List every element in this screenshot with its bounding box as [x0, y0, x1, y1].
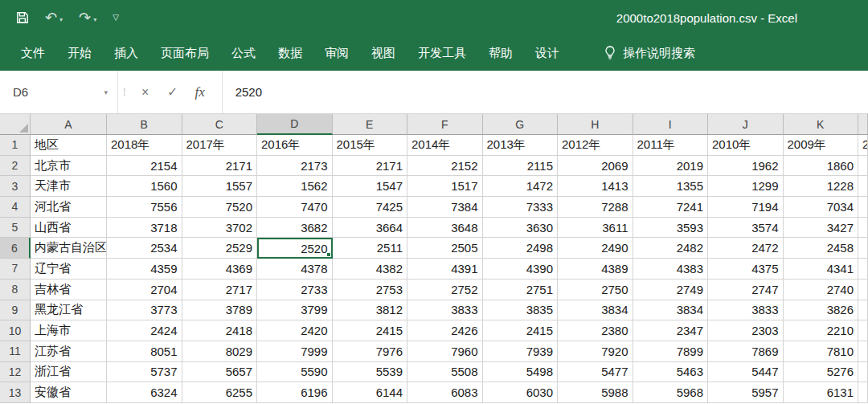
cell-D4[interactable]: 7470: [257, 197, 333, 218]
insert-function-button[interactable]: fx: [186, 84, 214, 100]
cell-E2[interactable]: 2171: [333, 156, 408, 177]
cell-H8[interactable]: 2750: [558, 280, 633, 300]
redo-button[interactable]: ↷ ▾: [79, 10, 96, 25]
cell-H6[interactable]: 2490: [558, 238, 633, 259]
cell-A3[interactable]: 天津市: [31, 176, 107, 197]
cell-J5[interactable]: 3574: [708, 218, 784, 239]
cell-A2[interactable]: 北京市: [31, 156, 107, 177]
cell-D10[interactable]: 2420: [257, 320, 333, 341]
cell-E4[interactable]: 7425: [333, 197, 408, 218]
row-header-1[interactable]: 1: [0, 135, 31, 156]
cell-partial11[interactable]: [858, 341, 868, 362]
cell-J8[interactable]: 2747: [708, 280, 784, 300]
cell-F7[interactable]: 4391: [407, 259, 483, 280]
cell-K7[interactable]: 4341: [784, 259, 859, 280]
cell-B4[interactable]: 7556: [107, 197, 182, 218]
cell-C4[interactable]: 7520: [182, 197, 258, 218]
cell-C12[interactable]: 5657: [182, 362, 258, 383]
cell-partial10[interactable]: [858, 320, 868, 341]
cell-D1[interactable]: 2016年: [257, 135, 333, 156]
column-header-C[interactable]: C: [182, 114, 258, 135]
cell-partial8[interactable]: [858, 280, 868, 300]
cell-B1[interactable]: 2018年: [107, 135, 182, 156]
cell-I9[interactable]: 3834: [633, 300, 709, 321]
cell-H11[interactable]: 7920: [558, 341, 633, 362]
cell-H9[interactable]: 3834: [558, 300, 633, 321]
cell-partial5[interactable]: [858, 218, 868, 239]
ribbon-tab-insert[interactable]: 插入: [103, 35, 149, 71]
cell-H12[interactable]: 5477: [558, 362, 633, 383]
ribbon-tab-developer[interactable]: 开发工具: [407, 35, 477, 71]
cell-E5[interactable]: 3664: [333, 218, 408, 239]
cell-G13[interactable]: 6030: [483, 382, 559, 403]
cell-K3[interactable]: 1228: [784, 176, 859, 197]
cell-E10[interactable]: 2415: [333, 320, 408, 341]
cell-K5[interactable]: 3427: [784, 218, 859, 239]
cell-F2[interactable]: 2152: [407, 156, 483, 177]
cell-C2[interactable]: 2171: [182, 156, 258, 177]
cell-A4[interactable]: 河北省: [31, 197, 107, 218]
cell-partial7[interactable]: [858, 259, 868, 280]
ribbon-tab-review[interactable]: 审阅: [313, 35, 360, 71]
cell-partial9[interactable]: [858, 300, 868, 321]
cell-J13[interactable]: 5957: [708, 382, 784, 403]
column-header-partial[interactable]: [858, 114, 868, 135]
cell-F5[interactable]: 3648: [407, 218, 483, 239]
row-header-8[interactable]: 8: [0, 280, 31, 300]
cell-H2[interactable]: 2069: [558, 156, 633, 177]
cell-B11[interactable]: 8051: [107, 341, 182, 362]
row-header-13[interactable]: 13: [0, 382, 31, 403]
cell-B3[interactable]: 1560: [107, 176, 182, 197]
cell-B5[interactable]: 3718: [107, 218, 182, 239]
cell-K6[interactable]: 2458: [784, 238, 859, 259]
cell-B6[interactable]: 2534: [107, 238, 182, 259]
customize-qat-button[interactable]: ▽: [113, 14, 119, 22]
row-header-12[interactable]: 12: [0, 362, 31, 383]
cell-A1[interactable]: 地区: [31, 135, 107, 156]
cell-B7[interactable]: 4359: [107, 259, 182, 280]
row-header-9[interactable]: 9: [0, 300, 31, 321]
row-header-2[interactable]: 2: [0, 156, 31, 177]
select-all-corner[interactable]: [0, 114, 31, 135]
cell-I8[interactable]: 2749: [633, 280, 709, 300]
cell-E11[interactable]: 7976: [333, 341, 408, 362]
fill-handle[interactable]: [326, 252, 331, 257]
cell-K13[interactable]: 6131: [784, 382, 859, 403]
cell-J7[interactable]: 4375: [708, 259, 784, 280]
cell-C7[interactable]: 4369: [182, 259, 258, 280]
cell-I13[interactable]: 5968: [633, 382, 709, 403]
column-header-J[interactable]: J: [708, 114, 784, 135]
row-header-4[interactable]: 4: [0, 197, 31, 218]
cell-C1[interactable]: 2017年: [182, 135, 258, 156]
row-header-6[interactable]: 6: [0, 238, 31, 259]
cell-partial6[interactable]: [858, 238, 868, 259]
tell-me-search[interactable]: 操作说明搜索: [604, 46, 695, 61]
cell-F1[interactable]: 2014年: [407, 135, 483, 156]
cell-C8[interactable]: 2717: [182, 280, 258, 300]
cell-F6[interactable]: 2505: [407, 238, 483, 259]
cell-G6[interactable]: 2498: [483, 238, 559, 259]
cell-A11[interactable]: 江苏省: [31, 341, 107, 362]
cell-K11[interactable]: 7810: [784, 341, 859, 362]
cell-G9[interactable]: 3835: [483, 300, 559, 321]
cell-F13[interactable]: 6083: [407, 382, 483, 403]
cell-A5[interactable]: 山西省: [31, 218, 107, 239]
cell-J9[interactable]: 3833: [708, 300, 784, 321]
ribbon-tab-view[interactable]: 视图: [360, 35, 407, 71]
cell-C9[interactable]: 3789: [182, 300, 258, 321]
cell-I6[interactable]: 2482: [633, 238, 709, 259]
column-header-G[interactable]: G: [483, 114, 559, 135]
cell-H4[interactable]: 7288: [558, 197, 633, 218]
ribbon-tab-formulas[interactable]: 公式: [220, 35, 267, 71]
cell-A8[interactable]: 吉林省: [31, 280, 107, 300]
formula-input[interactable]: 2520: [222, 71, 868, 113]
cell-K9[interactable]: 3826: [784, 300, 859, 321]
column-header-D[interactable]: D: [257, 114, 333, 135]
cell-C11[interactable]: 8029: [182, 341, 258, 362]
cell-H13[interactable]: 5988: [558, 382, 633, 403]
cell-C6[interactable]: 2529: [182, 238, 258, 259]
cell-G3[interactable]: 1472: [483, 176, 559, 197]
cell-K4[interactable]: 7034: [784, 197, 859, 218]
row-header-7[interactable]: 7: [0, 259, 31, 280]
cell-partial3[interactable]: [858, 176, 868, 197]
